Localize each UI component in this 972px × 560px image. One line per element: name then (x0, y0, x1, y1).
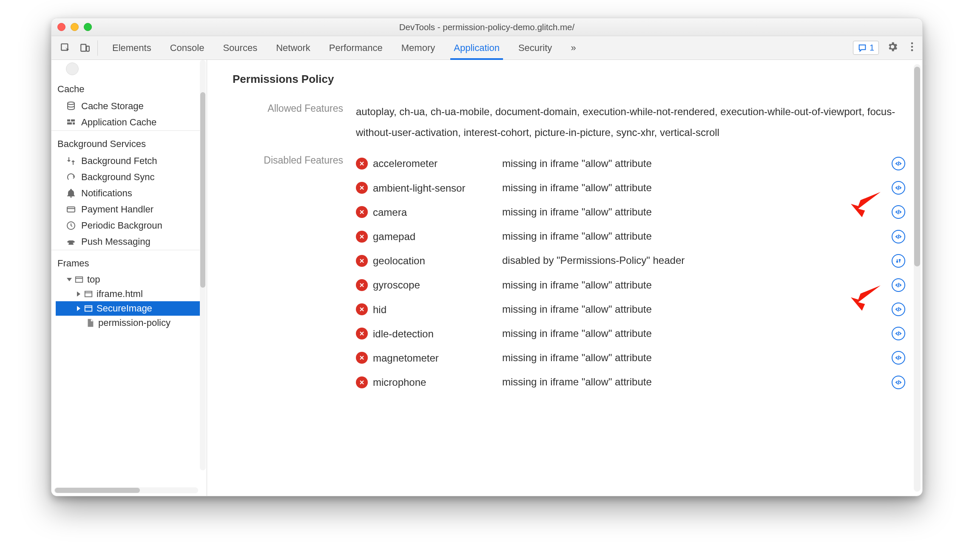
sidebar-item-payment-handler[interactable]: Payment Handler (51, 201, 200, 218)
tab-security[interactable]: Security (517, 37, 554, 59)
reveal-element-button[interactable] (892, 181, 905, 195)
scrollbar-thumb[interactable] (55, 488, 140, 493)
disabled-feature-row: gamepadmissing in iframe "allow" attribu… (356, 226, 911, 247)
error-icon (356, 352, 368, 364)
scrollbar-thumb[interactable] (200, 92, 205, 288)
disabled-feature-row: gyroscopemissing in iframe "allow" attri… (356, 274, 911, 295)
frame-label: permission-policy (98, 317, 171, 328)
sidebar-item-label: Cache Storage (81, 101, 144, 112)
main-scrollbar-vertical[interactable] (914, 64, 921, 492)
reveal-network-button[interactable] (892, 254, 905, 268)
application-sidebar: Cache Cache Storage Application Cache Ba… (51, 60, 207, 496)
tabs-overflow-button[interactable]: » (569, 37, 577, 59)
sidebar-top-icon (66, 62, 79, 75)
svg-rect-10 (73, 122, 75, 124)
window-title: DevTools - permission-policy-demo.glitch… (51, 22, 922, 32)
main-panel: Permissions Policy Allowed Features auto… (207, 60, 922, 496)
settings-button[interactable] (887, 41, 898, 55)
feature-name: hid (370, 299, 502, 320)
disabled-feature-row: magnetometermissing in iframe "allow" at… (356, 348, 911, 368)
error-icon (356, 158, 368, 170)
reveal-element-button[interactable] (892, 157, 905, 170)
devtools-tabs: Elements Console Sources Network Perform… (111, 37, 849, 59)
feature-reason: missing in iframe "allow" attribute (502, 229, 886, 244)
tab-console[interactable]: Console (168, 37, 206, 59)
disclosure-triangle-icon[interactable] (67, 278, 72, 281)
disabled-feature-row: geolocationdisabled by "Permissions-Poli… (356, 250, 911, 271)
sidebar-item-label: Periodic Backgroun (81, 220, 162, 231)
disabled-feature-row: cameramissing in iframe "allow" attribut… (356, 202, 911, 223)
issues-count: 1 (870, 43, 874, 53)
sidebar-scrollbar-horizontal[interactable] (54, 487, 198, 493)
tab-memory[interactable]: Memory (400, 37, 437, 59)
frame-label: top (87, 274, 100, 285)
tab-performance[interactable]: Performance (327, 37, 384, 59)
frame-label: iframe.html (97, 288, 143, 300)
svg-point-6 (68, 102, 74, 105)
feature-reason: missing in iframe "allow" attribute (502, 326, 886, 341)
sidebar-item-label: Background Fetch (81, 156, 157, 167)
devtools-toolbar: Elements Console Sources Network Perform… (51, 36, 922, 60)
reveal-element-button[interactable] (892, 230, 905, 243)
svg-rect-1 (81, 44, 86, 51)
frame-top[interactable]: top (56, 272, 200, 287)
devtools-window: DevTools - permission-policy-demo.glitch… (51, 18, 923, 496)
frame-resource-permission-policy[interactable]: permission-policy (56, 316, 200, 330)
disclosure-triangle-icon[interactable] (77, 291, 80, 297)
feature-name: ambient-light-sensor (370, 178, 502, 198)
sidebar-item-cache-storage[interactable]: Cache Storage (51, 98, 200, 114)
error-icon (356, 231, 368, 243)
minimize-window-button[interactable] (71, 23, 79, 31)
feature-name: gyroscope (370, 274, 502, 295)
disabled-feature-row: ambient-light-sensormissing in iframe "a… (356, 178, 911, 198)
device-toolbar-button[interactable] (75, 36, 95, 59)
svg-point-4 (911, 46, 913, 48)
titlebar: DevTools - permission-policy-demo.glitch… (51, 18, 922, 36)
feature-reason: missing in iframe "allow" attribute (502, 205, 886, 220)
sidebar-item-application-cache[interactable]: Application Cache (51, 114, 200, 130)
reveal-element-button[interactable] (892, 376, 905, 389)
disabled-features-label: Disabled Features (233, 153, 343, 166)
sidebar-section-frames[interactable]: Frames (51, 250, 200, 272)
feature-reason: missing in iframe "allow" attribute (502, 375, 886, 390)
inspect-element-button[interactable] (56, 36, 75, 59)
reveal-element-button[interactable] (892, 303, 905, 316)
reveal-element-button[interactable] (892, 327, 905, 340)
feature-name: microphone (370, 372, 502, 393)
tab-elements[interactable]: Elements (111, 37, 153, 59)
zoom-window-button[interactable] (84, 23, 92, 31)
frame-iframe-html[interactable]: iframe.html (56, 287, 200, 301)
reveal-element-button[interactable] (892, 351, 905, 365)
error-icon (356, 328, 368, 339)
sidebar-item-background-fetch[interactable]: Background Fetch (51, 153, 200, 169)
close-window-button[interactable] (57, 23, 65, 31)
sidebar-scrollbar-vertical[interactable] (200, 60, 206, 470)
toolbar-divider (97, 40, 98, 56)
feature-name: camera (370, 202, 502, 223)
sidebar-item-label: Background Sync (81, 172, 154, 183)
sidebar-item-push-messaging[interactable]: Push Messaging (51, 234, 200, 250)
sidebar-section-cache[interactable]: Cache (51, 78, 200, 98)
feature-name: gamepad (370, 226, 502, 247)
svg-rect-11 (67, 207, 75, 212)
sidebar-item-notifications[interactable]: Notifications (51, 185, 200, 201)
feature-name: idle-detection (370, 323, 502, 344)
reveal-element-button[interactable] (892, 278, 905, 292)
disclosure-triangle-icon[interactable] (77, 306, 80, 311)
more-menu-button[interactable] (906, 41, 918, 55)
sidebar-item-label: Push Messaging (81, 236, 151, 247)
svg-rect-15 (85, 306, 92, 311)
reveal-element-button[interactable] (892, 205, 905, 219)
error-icon (356, 376, 368, 388)
sidebar-item-periodic-background[interactable]: Periodic Backgroun (51, 218, 200, 234)
tab-sources[interactable]: Sources (221, 37, 259, 59)
frame-secureimage[interactable]: SecureImage (56, 301, 200, 316)
tab-application[interactable]: Application (452, 37, 501, 59)
sidebar-item-background-sync[interactable]: Background Sync (51, 169, 200, 185)
sidebar-section-background-services[interactable]: Background Services (51, 130, 200, 153)
panel-title: Permissions Policy (233, 73, 911, 86)
feature-name: magnetometer (370, 348, 502, 368)
scrollbar-thumb[interactable] (914, 67, 920, 266)
tab-network[interactable]: Network (274, 37, 312, 59)
issues-button[interactable]: 1 (853, 41, 879, 55)
